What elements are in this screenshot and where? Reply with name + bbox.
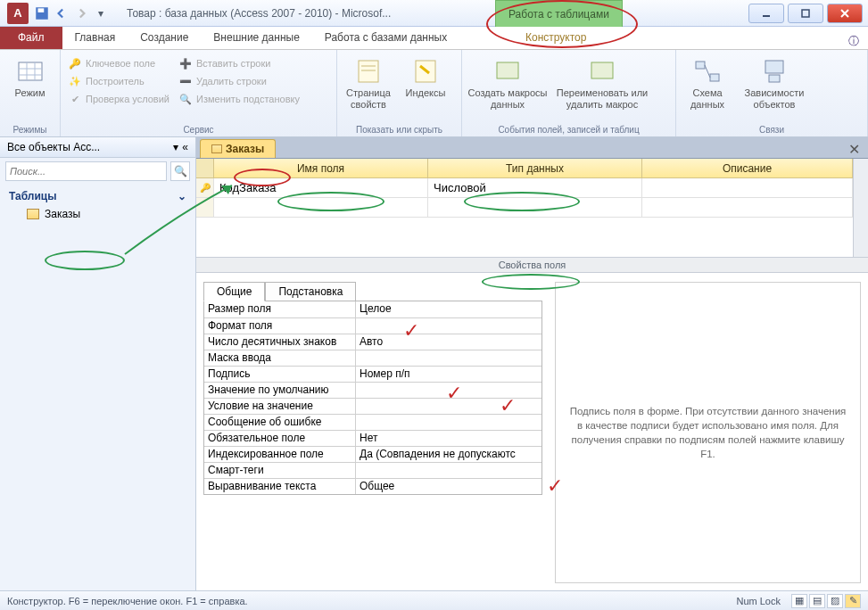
data-type-cell[interactable]: Числовой <box>428 178 642 197</box>
document-tab-label: Заказы <box>226 143 264 155</box>
property-value[interactable]: Номер п/п <box>356 367 541 382</box>
save-icon[interactable] <box>34 5 50 21</box>
primary-key-icon: 🔑 <box>200 183 211 193</box>
tab-create[interactable]: Создание <box>128 26 201 49</box>
status-bar: Конструктор. F6 = переключение окон. F1 … <box>0 590 868 610</box>
numlock-indicator: Num Lock <box>736 596 781 606</box>
primary-key-button[interactable]: 🔑Ключевое поле <box>66 55 171 71</box>
redo-icon[interactable] <box>73 5 89 21</box>
column-data-type[interactable]: Тип данных <box>428 159 642 177</box>
property-value[interactable] <box>356 463 541 478</box>
column-description[interactable]: Описание <box>642 159 853 177</box>
minimize-button[interactable] <box>748 4 784 23</box>
row-selector[interactable]: 🔑 <box>196 178 214 197</box>
nav-header[interactable]: Все объекты Acc... ▾ « <box>0 137 195 158</box>
view-pivot-icon[interactable]: ▤ <box>809 594 825 608</box>
design-row-empty[interactable] <box>196 198 853 218</box>
properties-tab-lookup[interactable]: Подстановка <box>265 282 356 301</box>
svg-rect-19 <box>769 75 780 82</box>
ribbon: Режим Режимы 🔑Ключевое поле ✨Построитель… <box>0 50 868 137</box>
svg-rect-16 <box>710 74 719 81</box>
property-row[interactable]: Маска ввода <box>204 350 541 366</box>
document-tab-orders[interactable]: Заказы <box>200 139 276 158</box>
table-design-grid: Имя поля Тип данных Описание 🔑 КодЗаказа… <box>196 159 853 257</box>
tab-database-tools[interactable]: Работа с базами данных <box>312 26 459 49</box>
properties-tab-general[interactable]: Общие <box>203 282 265 301</box>
property-row[interactable]: ПодписьНомер п/п <box>204 366 541 382</box>
tab-design[interactable]: Конструктор <box>513 26 599 49</box>
builder-button[interactable]: ✨Построитель <box>66 73 171 89</box>
vertical-scrollbar[interactable] <box>853 159 868 257</box>
property-value[interactable]: Целое <box>356 301 541 317</box>
description-cell[interactable] <box>642 178 853 197</box>
design-row[interactable]: 🔑 КодЗаказа Числовой <box>196 178 853 198</box>
relationships-button[interactable]: Схема данных <box>682 54 733 110</box>
property-value[interactable]: Да (Совпадения не допускаютс <box>356 447 541 462</box>
nav-section-label: Таблицы <box>9 190 56 202</box>
property-value[interactable] <box>356 318 541 334</box>
tab-external-data[interactable]: Внешние данные <box>201 26 312 49</box>
field-name-cell[interactable]: КодЗаказа <box>214 178 428 197</box>
create-data-macros-button[interactable]: Создать макросы данных <box>467 54 548 110</box>
view-button[interactable]: Режим <box>5 54 54 99</box>
property-value[interactable] <box>356 350 541 366</box>
close-button[interactable] <box>827 4 863 23</box>
view-datasheet-icon[interactable]: ▦ <box>791 594 807 608</box>
property-value[interactable] <box>356 399 541 414</box>
view-design-icon[interactable]: ✎ <box>845 594 861 608</box>
property-row[interactable]: Размер поляЦелое <box>204 301 541 317</box>
property-value[interactable]: Общее <box>356 479 541 494</box>
indexes-button[interactable]: Индексы <box>400 54 451 99</box>
property-value[interactable]: Авто <box>356 334 541 350</box>
property-row[interactable]: Индексированное полеДа (Совпадения не до… <box>204 446 541 462</box>
test-rules-button[interactable]: ✔Проверка условий <box>66 91 171 107</box>
tab-home[interactable]: Главная <box>62 26 128 49</box>
svg-rect-1 <box>38 8 45 12</box>
search-icon[interactable]: 🔍 <box>170 161 190 181</box>
view-chart-icon[interactable]: ▨ <box>827 594 843 608</box>
object-deps-button[interactable]: Зависимости объектов <box>739 54 810 110</box>
indexes-label: Индексы <box>406 87 446 99</box>
document-tab-bar: Заказы ✕ <box>196 137 868 159</box>
nav-section-tables[interactable]: Таблицы ⌄ <box>0 188 195 204</box>
insert-rows-button[interactable]: ➕Вставить строки <box>177 55 302 71</box>
property-sheet-button[interactable]: Страница свойств <box>343 54 394 110</box>
property-label: Выравнивание текста <box>204 479 356 494</box>
chevron-down-icon[interactable]: ▾ <box>173 141 178 153</box>
search-input[interactable] <box>5 161 167 181</box>
property-row[interactable]: Сообщение об ошибке <box>204 414 541 430</box>
modify-lookup-button[interactable]: 🔍Изменить подстановку <box>177 91 302 107</box>
rename-delete-macro-button[interactable]: Переименовать или удалить макрос <box>553 54 651 110</box>
column-field-name[interactable]: Имя поля <box>214 159 428 177</box>
delete-rows-button[interactable]: ➖Удалить строки <box>177 73 302 89</box>
property-row[interactable]: Смарт-теги <box>204 462 541 478</box>
insert-rows-label: Вставить строки <box>196 58 270 69</box>
property-row[interactable]: Выравнивание текстаОбщее <box>204 478 541 494</box>
close-document-icon[interactable]: ✕ <box>848 141 863 155</box>
insert-row-icon: ➕ <box>178 56 193 70</box>
view-label: Режим <box>15 87 45 99</box>
undo-icon[interactable] <box>54 5 70 21</box>
property-row[interactable]: Значение по умолчанию <box>204 382 541 398</box>
maximize-button[interactable] <box>788 4 823 23</box>
qat-dropdown-icon[interactable]: ▾ <box>93 5 109 21</box>
main-area: Все объекты Acc... ▾ « 🔍 Таблицы ⌄ Заказ… <box>0 137 868 590</box>
collapse-section-icon[interactable]: ⌄ <box>178 190 186 202</box>
help-icon[interactable]: ⓘ <box>848 34 859 49</box>
rename-macro-label: Переименовать или удалить макрос <box>553 87 651 110</box>
svg-rect-3 <box>802 10 809 17</box>
property-label: Размер поля <box>204 301 356 317</box>
property-label: Условие на значение <box>204 399 356 414</box>
property-row[interactable]: Формат поля <box>204 317 541 334</box>
property-value[interactable] <box>356 415 541 430</box>
file-tab[interactable]: Файл <box>0 26 62 49</box>
property-row[interactable]: Условие на значение <box>204 398 541 414</box>
property-value[interactable] <box>356 383 541 398</box>
nav-search: 🔍 <box>0 158 195 185</box>
collapse-pane-icon[interactable]: « <box>182 141 188 153</box>
property-row[interactable]: Число десятичных знаковАвто <box>204 334 541 350</box>
nav-table-orders[interactable]: Заказы <box>0 204 195 224</box>
property-value[interactable]: Нет <box>356 431 541 446</box>
svg-rect-9 <box>359 61 378 82</box>
property-row[interactable]: Обязательное полеНет <box>204 430 541 446</box>
